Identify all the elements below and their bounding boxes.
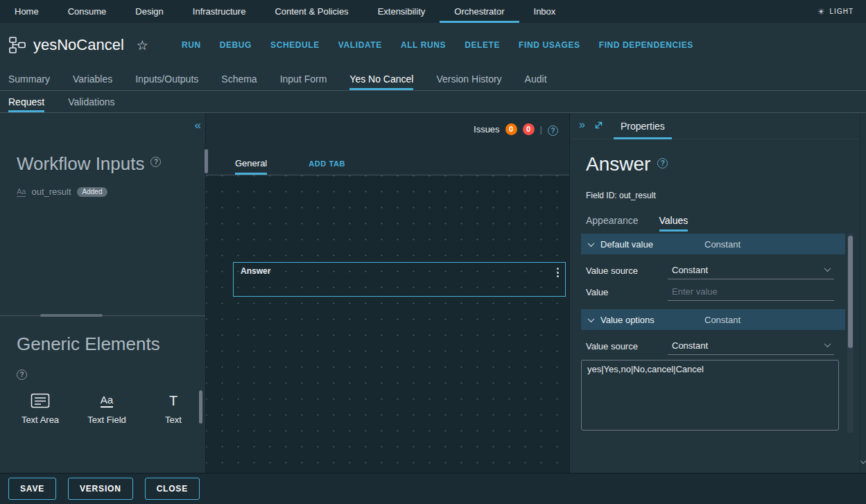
chevron-down-icon — [588, 240, 595, 247]
value-label: Value — [581, 287, 668, 297]
tab-yes-no-cancel[interactable]: Yes No Cancel — [349, 67, 413, 90]
section-title: Value options — [600, 315, 704, 325]
find-dependencies-button[interactable]: FIND DEPENDENCIES — [599, 40, 693, 50]
nav-item-content-policies[interactable]: Content & Policies — [260, 0, 363, 23]
close-button[interactable]: CLOSE — [145, 478, 200, 500]
generic-elements-help-icon[interactable]: ? — [17, 370, 27, 380]
tab-properties[interactable]: Properties — [614, 113, 672, 139]
value-source-label: Value source — [581, 341, 668, 351]
form-subtabs: Request Validations — [0, 91, 866, 113]
value-source-row: Value source Constant — [581, 261, 845, 279]
generic-elements-list: Text Area Aa Text Field T Text — [11, 392, 202, 425]
field-id-label: Field ID: out_result — [586, 191, 656, 200]
favorite-star-icon[interactable]: ☆ — [137, 37, 148, 53]
separator: | — [540, 124, 542, 134]
nav-item-design[interactable]: Design — [121, 0, 177, 23]
tab-input-form[interactable]: Input Form — [280, 67, 327, 90]
warning-count-badge[interactable]: 0 — [505, 123, 517, 135]
generic-elements-scrollbar[interactable] — [199, 390, 202, 424]
page-scrollbar[interactable] — [860, 113, 866, 473]
nav-item-home[interactable]: Home — [0, 0, 53, 23]
version-button[interactable]: VERSION — [68, 478, 133, 500]
collapse-panel-icon[interactable]: « — [195, 119, 201, 132]
properties-scrollbar[interactable] — [847, 234, 854, 433]
section-mode-label: Constant — [704, 239, 741, 250]
properties-title-row: Answer ? — [586, 153, 668, 175]
tab-appearance[interactable]: Appearance — [586, 209, 639, 232]
workflow-icon — [8, 36, 26, 54]
subtab-validations[interactable]: Validations — [68, 91, 114, 112]
run-button[interactable]: RUN — [182, 40, 201, 50]
debug-button[interactable]: DEBUG — [220, 40, 252, 50]
issues-row: Issues 0 0 | ? — [474, 122, 558, 136]
generic-elements-heading: Generic Elements — [17, 333, 160, 355]
tab-audit[interactable]: Audit — [525, 67, 547, 90]
value-source-row: Value source Constant — [581, 337, 845, 355]
workflow-inputs-title: Workflow Inputs — [17, 153, 144, 175]
left-panel-scrollbar[interactable] — [205, 149, 208, 173]
tab-version-history[interactable]: Version History — [436, 67, 501, 90]
subtab-request[interactable]: Request — [8, 91, 44, 112]
default-value-fields: Value source Constant Value — [581, 254, 845, 309]
canvas-help-icon[interactable]: ? — [548, 125, 558, 136]
tab-inputs-outputs[interactable]: Inputs/Outputs — [135, 67, 198, 90]
workflow-tabs: Summary Variables Inputs/Outputs Schema … — [0, 67, 866, 91]
add-tab-button[interactable]: ADD TAB — [309, 152, 345, 175]
element-label: Text Area — [21, 415, 59, 425]
schedule-button[interactable]: SCHEDULE — [270, 40, 320, 50]
element-menu-icon[interactable] — [557, 268, 559, 277]
element-text-area[interactable]: Text Area — [11, 392, 69, 425]
tab-schema[interactable]: Schema — [221, 67, 257, 90]
value-options-section-header[interactable]: Value options Constant — [581, 309, 845, 330]
resize-handle[interactable] — [40, 314, 103, 317]
element-text[interactable]: T Text — [144, 392, 202, 425]
find-usages-button[interactable]: FIND USAGES — [519, 40, 580, 50]
element-text-field[interactable]: Aa Text Field — [78, 392, 136, 425]
value-source-label: Value source — [581, 266, 668, 276]
value-options-fields: Value source Constant yes|Yes,no|No,canc… — [581, 330, 845, 439]
form-canvas[interactable]: Answer — [206, 175, 569, 473]
expand-panel-icon[interactable] — [594, 120, 604, 130]
panel-resize-divider[interactable] — [0, 315, 205, 316]
collapse-properties-icon[interactable]: » — [579, 119, 585, 131]
value-input[interactable] — [668, 284, 834, 301]
tab-general[interactable]: General — [235, 152, 267, 175]
default-value-section-header[interactable]: Default value Constant — [581, 234, 845, 254]
scroll-down-arrow-icon[interactable] — [860, 458, 866, 464]
tab-variables[interactable]: Variables — [73, 67, 112, 90]
nav-item-consume[interactable]: Consume — [53, 0, 121, 23]
save-button[interactable]: SAVE — [8, 478, 56, 500]
validate-button[interactable]: VALIDATE — [338, 40, 382, 50]
error-count-badge[interactable]: 0 — [523, 123, 535, 135]
all-runs-button[interactable]: ALL RUNS — [401, 40, 446, 50]
theme-toggle[interactable]: ☀ LIGHT — [817, 0, 866, 23]
tab-values[interactable]: Values — [659, 209, 689, 232]
value-row: Value — [581, 283, 845, 301]
properties-scroll-thumb[interactable] — [848, 236, 853, 348]
properties-help-icon[interactable]: ? — [657, 158, 668, 168]
nav-item-inbox[interactable]: Inbox — [519, 0, 571, 23]
workflow-header: yesNoCancel ☆ RUN DEBUG SCHEDULE VALIDAT… — [0, 23, 866, 67]
delete-button[interactable]: DELETE — [465, 40, 500, 50]
workflow-input-item[interactable]: Aa out_result Added — [17, 186, 107, 197]
nav-item-extensibility[interactable]: Extensibility — [363, 0, 440, 23]
tab-summary[interactable]: Summary — [8, 67, 50, 90]
nav-item-orchestrator[interactable]: Orchestrator — [440, 0, 519, 23]
value-options-textarea[interactable]: yes|Yes,no|No,cancel|Cancel — [581, 360, 839, 431]
options-value-source-select[interactable]: Constant — [668, 338, 834, 355]
top-nav: Home Consume Design Infrastructure Conte… — [0, 0, 866, 23]
value-source-selected: Constant — [672, 265, 708, 275]
properties-title: Answer — [586, 153, 650, 175]
workflow-inputs-help-icon[interactable]: ? — [150, 157, 161, 167]
workflow-title: yesNoCancel — [33, 36, 124, 54]
section-mode-label: Constant — [704, 315, 741, 325]
app-window: Home Consume Design Infrastructure Conte… — [0, 0, 866, 504]
chevron-down-icon — [824, 340, 831, 347]
value-source-select[interactable]: Constant — [668, 262, 834, 279]
options-value-source-selected: Constant — [672, 340, 708, 351]
nav-item-infrastructure[interactable]: Infrastructure — [178, 0, 261, 23]
footer-bar: SAVE VERSION CLOSE — [0, 473, 866, 504]
form-element-answer[interactable]: Answer — [233, 262, 566, 297]
section-title: Default value — [600, 239, 704, 250]
added-badge: Added — [77, 187, 108, 197]
